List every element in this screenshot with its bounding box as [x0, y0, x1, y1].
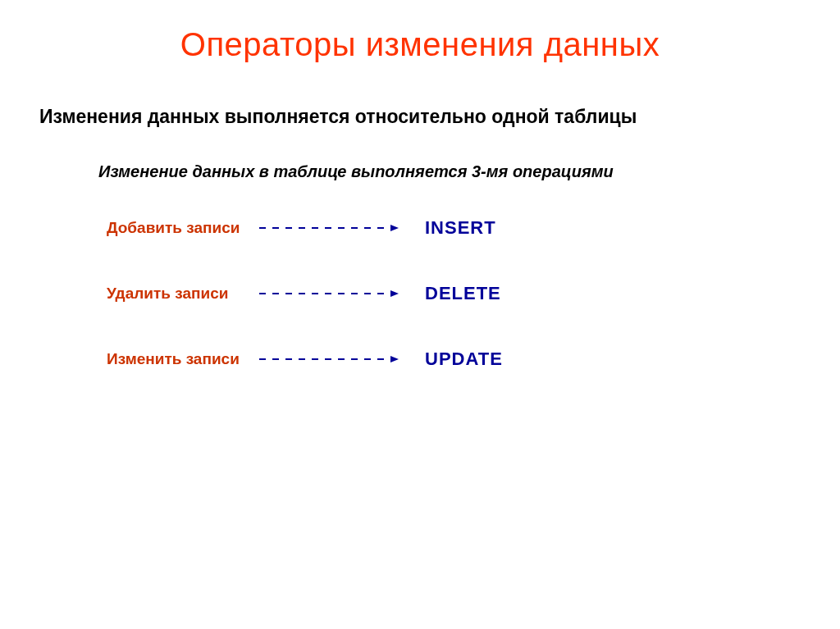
operation-label: Изменить записи [107, 350, 254, 368]
svg-marker-1 [390, 225, 399, 231]
operation-command: INSERT [402, 217, 496, 239]
operation-command: DELETE [402, 283, 501, 304]
svg-marker-3 [390, 290, 399, 297]
operation-row: Добавить записи INSERT [107, 217, 840, 239]
operations-list: Добавить записи INSERT Удалить записи DE… [0, 181, 840, 370]
subtitle-secondary: Изменение данных в таблице выполняется 3… [0, 128, 840, 181]
operation-label: Удалить записи [107, 285, 254, 303]
page-title: Операторы изменения данных [0, 0, 840, 63]
subtitle-primary: Изменения данных выполняется относительн… [0, 63, 840, 128]
arrow-icon [254, 223, 402, 233]
arrow-icon [254, 289, 402, 299]
operation-command: UPDATE [402, 349, 503, 370]
arrow-icon [254, 354, 402, 364]
svg-marker-5 [390, 356, 399, 362]
operation-row: Удалить записи DELETE [107, 283, 840, 304]
operation-label: Добавить записи [107, 219, 254, 237]
operation-row: Изменить записи UPDATE [107, 349, 840, 370]
